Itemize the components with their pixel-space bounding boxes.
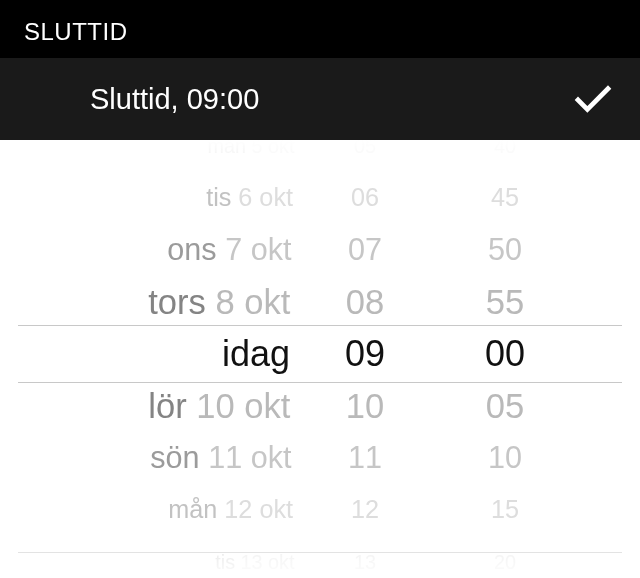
date-wheel-item[interactable]: idag: [0, 328, 300, 380]
minute-wheel[interactable]: 404550550005101520: [430, 140, 580, 578]
date-wheel-item[interactable]: lör 10 okt: [12, 381, 300, 431]
hour-wheel-item[interactable]: 12: [320, 492, 411, 528]
minute-wheel-item[interactable]: 15: [453, 492, 558, 528]
date-wheel-item[interactable]: mån 5 okt: [135, 140, 300, 160]
hour-wheel-item[interactable]: 10: [303, 381, 428, 431]
check-icon: [574, 84, 612, 114]
date-wheel-item[interactable]: tis 6 okt: [90, 180, 300, 216]
hour-wheel-item[interactable]: 07: [310, 228, 421, 272]
date-wheel-item[interactable]: sön 11 okt: [45, 436, 300, 480]
date-wheel-item[interactable]: tors 8 okt: [12, 277, 300, 327]
datetime-picker: mån 5 okttis 6 oktons 7 okttors 8 oktida…: [0, 140, 640, 578]
minute-wheel-item[interactable]: 05: [433, 381, 577, 431]
date-wheel-item[interactable]: mån 12 okt: [90, 492, 300, 528]
minute-wheel-item[interactable]: 50: [441, 228, 569, 272]
minute-wheel-item[interactable]: 00: [430, 328, 580, 380]
minute-wheel-item[interactable]: 55: [433, 277, 577, 327]
minute-wheel-item[interactable]: 10: [441, 436, 569, 480]
date-wheel[interactable]: mån 5 okttis 6 oktons 7 okttors 8 oktida…: [0, 140, 300, 578]
header-bar: Sluttid, 09:00: [0, 58, 640, 140]
hour-wheel-item[interactable]: 08: [303, 277, 428, 327]
date-wheel-item[interactable]: tis 13 okt: [135, 548, 300, 577]
minute-wheel-item[interactable]: 20: [464, 548, 547, 577]
minute-wheel-item[interactable]: 45: [453, 180, 558, 216]
section-caption: SLUTTID: [0, 0, 640, 58]
hour-wheel-item[interactable]: 06: [320, 180, 411, 216]
confirm-button[interactable]: [574, 80, 612, 118]
hour-wheel-item[interactable]: 09: [300, 328, 430, 380]
header-title: Sluttid, 09:00: [90, 83, 259, 116]
date-wheel-item[interactable]: ons 7 okt: [45, 228, 300, 272]
hour-wheel-item[interactable]: 13: [329, 548, 401, 577]
minute-wheel-item[interactable]: 40: [464, 140, 547, 160]
hour-wheel[interactable]: 050607080910111213: [300, 140, 430, 578]
hour-wheel-item[interactable]: 11: [310, 436, 421, 480]
hour-wheel-item[interactable]: 05: [329, 140, 401, 160]
